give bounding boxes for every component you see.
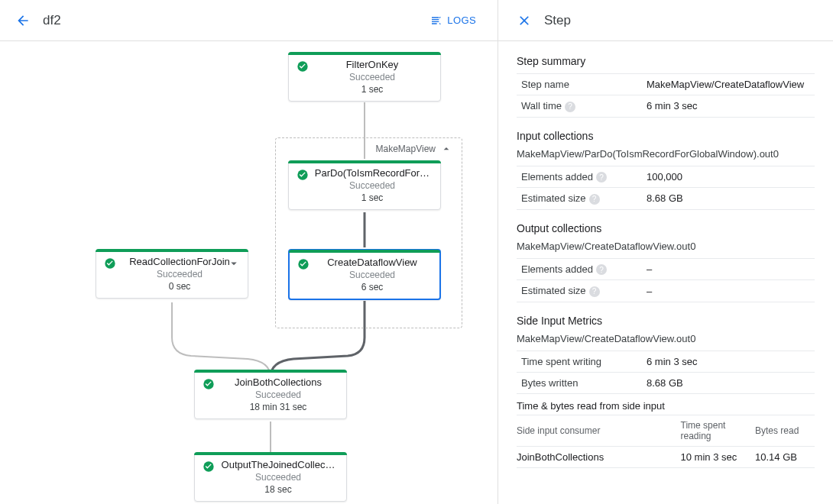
logs-icon: [430, 15, 442, 27]
check-icon: [297, 60, 309, 73]
input-path: MakeMapView/ParDo(ToIsmRecordForGlobalWi…: [517, 148, 815, 160]
node-joinbothcollections[interactable]: JoinBothCollections Succeeded 18 min 31 …: [194, 370, 347, 419]
group-label[interactable]: MakeMapView: [376, 143, 452, 155]
chevron-up-icon: [440, 143, 452, 155]
logs-label: LOGS: [447, 15, 476, 26]
help-icon[interactable]: ?: [596, 264, 607, 275]
node-readcollectionforjoin[interactable]: ReadCollectionForJoin Succeeded 0 sec: [96, 249, 248, 299]
back-button[interactable]: [9, 7, 37, 34]
close-button[interactable]: [512, 8, 536, 33]
node-filteronkey[interactable]: FilterOnKey Succeeded 1 sec: [288, 52, 441, 102]
detail-title: Step: [544, 13, 571, 28]
help-icon[interactable]: ?: [596, 172, 607, 183]
node-pardo[interactable]: ParDo(ToIsmRecordFor… Succeeded 1 sec: [288, 160, 441, 210]
help-icon[interactable]: ?: [589, 194, 600, 205]
check-icon: [297, 258, 310, 270]
close-icon: [517, 13, 532, 28]
header: df2 LOGS: [0, 0, 498, 41]
side-read-title: Time & bytes read from side input: [517, 400, 815, 412]
chevron-down-icon: [227, 257, 241, 270]
step-summary-table: Step name MakeMapView/CreateDataflowView…: [517, 73, 815, 118]
side-write-table: Time spent writing 6 min 3 sec Bytes wri…: [517, 351, 815, 394]
side-path: MakeMapView/CreateDataflowView.out0: [517, 333, 815, 344]
output-path: MakeMapView/CreateDataflowView.out0: [517, 241, 815, 252]
arrow-left-icon: [15, 13, 31, 28]
section-input-collections: Input collections: [517, 130, 815, 142]
graph-canvas[interactable]: MakeMapView FilterOnKey Succeeded 1 sec …: [0, 41, 498, 504]
section-output-collections: Output collections: [517, 222, 815, 234]
section-side-input: Side Input Metrics: [517, 315, 815, 327]
node-createdataflowview[interactable]: CreateDataflowView Succeeded 6 sec: [288, 249, 441, 300]
section-step-summary: Step summary: [517, 55, 815, 67]
output-table: Elements added? – Estimated size? –: [517, 258, 815, 302]
node-outputjoined[interactable]: OutputTheJoinedCollec… Succeeded 18 sec: [194, 452, 347, 502]
detail-header: Step: [498, 0, 833, 41]
side-read-table: Side input consumer Time spent reading B…: [517, 415, 815, 468]
help-icon[interactable]: ?: [565, 102, 575, 112]
page-title: df2: [43, 13, 61, 28]
check-icon: [203, 378, 215, 390]
help-icon[interactable]: ?: [589, 286, 600, 297]
check-icon: [203, 460, 215, 473]
input-table: Elements added? 100,000 Estimated size? …: [517, 166, 815, 210]
check-icon: [297, 169, 309, 181]
expand-button[interactable]: [226, 256, 241, 271]
check-icon: [104, 257, 116, 270]
logs-button[interactable]: LOGS: [424, 10, 482, 31]
